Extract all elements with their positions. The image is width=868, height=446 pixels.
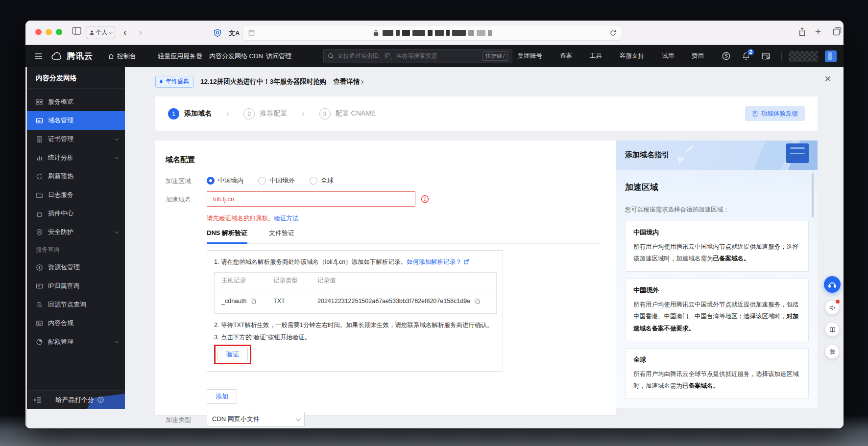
verification-tabs: DNS 解析验证 文件验证 — [207, 229, 600, 244]
nav-link-icp[interactable]: 备案 — [560, 52, 572, 60]
sidebar-item-origin-node-lookup[interactable]: 回源节点查询 — [27, 295, 125, 314]
sidebar-item-ip-lookup[interactable]: IP IP归属查询 — [27, 277, 125, 295]
new-tab-button[interactable]: + — [815, 26, 821, 38]
pie-chart-icon — [36, 338, 43, 346]
promotions-button[interactable] — [825, 300, 840, 315]
acceleration-type-select[interactable]: CDN 网页小文件 — [207, 412, 305, 426]
brand-logo[interactable]: 腾讯云 — [51, 45, 93, 67]
sidebar-footer: 给产品打个分 — [27, 390, 125, 409]
table-header-row: 主机记录 记录类型 记录值 — [215, 273, 496, 289]
how-to-add-record-link[interactable]: 如何添加解析记录？ — [407, 258, 462, 265]
col-type: 记录类型 — [273, 277, 317, 285]
share-icon[interactable] — [798, 27, 806, 37]
translate-icon[interactable]: 文A — [229, 29, 240, 38]
domain-config-card: 域名配置 加速区域 中国境内 中国境外 — [155, 141, 616, 415]
console-search-input[interactable]: 支持通过实例ID、IP、名称等搜索资源 快捷键 / — [323, 49, 512, 63]
chevron-down-icon — [115, 339, 119, 343]
customer-service-button[interactable] — [824, 276, 841, 293]
flame-icon — [159, 79, 164, 85]
copy-icon[interactable] — [250, 298, 256, 304]
nav-link-tools[interactable]: 工具 — [590, 52, 602, 60]
close-icon[interactable]: ✕ — [824, 74, 831, 84]
external-link-icon[interactable] — [463, 258, 470, 265]
chevron-down-icon — [115, 155, 119, 159]
notifications-bell-icon[interactable]: 2 — [742, 51, 750, 61]
nav-product-cam[interactable]: 访问管理 — [266, 45, 291, 67]
zoom-window-button[interactable] — [56, 29, 62, 35]
sidebar-item-certificates[interactable]: 证书管理 — [27, 130, 125, 148]
record-value: 2024122312251502a67ae533bb3f762ef8207e15… — [317, 298, 470, 305]
console-topnav: 腾讯云 控制台 轻量应用服务器 内容分发网络 CDN 访问管理 支持通过实例ID… — [25, 45, 844, 67]
minimize-window-button[interactable] — [46, 29, 52, 35]
notification-badge: 2 — [747, 48, 755, 56]
sidebar-item-security[interactable]: 安全防护 — [27, 223, 125, 241]
feedback-button[interactable]: 功能体验反馈 — [745, 106, 805, 121]
guide-card-china-mainland: 中国境内 所有用户均使用腾讯云中国境内节点就近提供加速服务；选择该加速区域时，加… — [625, 221, 809, 272]
address-bar[interactable] — [242, 25, 622, 41]
region-label: 加速区域 — [166, 174, 198, 185]
radio-global[interactable]: 全球 — [310, 176, 334, 185]
verify-method-link[interactable]: 验证方法 — [274, 215, 299, 222]
rate-product-button[interactable]: 给产品打个分 — [56, 396, 104, 404]
nav-link-support[interactable]: 客服支持 — [620, 52, 644, 60]
decoration-arrow-icon — [674, 145, 697, 165]
avatar[interactable] — [825, 50, 837, 62]
sidebar-item-content-compliance[interactable]: 内容合规 — [27, 314, 125, 332]
sidebar-item-statistics[interactable]: 统计分析 — [27, 148, 125, 167]
sidebar-item-plugins[interactable]: 插件中心 — [27, 204, 125, 223]
docs-button[interactable] — [825, 322, 840, 337]
back-button[interactable]: ‹ — [123, 27, 126, 38]
circle-arrow-icon — [97, 396, 104, 403]
region-radio-group: 中国境内 中国境外 全球 — [207, 174, 334, 185]
guide-intro: 您可以根据需求选择合适的加速区域： — [625, 206, 809, 214]
cloud-icon — [51, 52, 64, 61]
nav-link-trial[interactable]: 试用 — [662, 52, 674, 60]
feedback-survey-button[interactable] — [825, 344, 840, 359]
guide-header: 添加域名指引 — [616, 141, 818, 170]
tab-file-verification[interactable]: 文件验证 — [269, 229, 294, 243]
safari-profile-button[interactable]: 个人 — [86, 26, 115, 39]
sidebar-item-purge-prefetch[interactable]: 刷新预热 — [27, 167, 125, 186]
copy-icon[interactable] — [474, 298, 480, 304]
sidebar-item-quota-management[interactable]: 配额管理 — [27, 332, 125, 351]
nav-link-billing[interactable]: 费用 — [692, 52, 704, 60]
close-window-button[interactable] — [35, 29, 42, 35]
console-link[interactable]: 控制台 — [108, 45, 136, 67]
sliders-icon — [829, 348, 836, 355]
sidebar-item-resource-packages[interactable]: 资源包管理 — [27, 258, 125, 277]
cdn-sidebar: 内容分发网络 服务概览 W. 域名管理 证书管理 — [27, 67, 125, 409]
step-separator: › — [302, 109, 304, 118]
sidebar-section-label: 服务查询 — [27, 241, 125, 258]
chevron-right-icon — [360, 80, 363, 83]
notification-dot — [836, 300, 840, 304]
promo-details-link[interactable]: 查看详情 — [333, 77, 363, 86]
sidebar-item-overview[interactable]: 服务概览 — [27, 93, 125, 111]
add-button[interactable]: 添加 — [207, 389, 237, 404]
scrollbar-thumb[interactable] — [812, 173, 814, 217]
bar-chart-icon — [36, 154, 43, 162]
radio-outside-china[interactable]: 中国境外 — [258, 176, 295, 185]
collapse-sidebar-icon[interactable] — [34, 397, 42, 403]
tab-dns-verification[interactable]: DNS 解析验证 — [207, 229, 247, 244]
console-settings-icon[interactable] — [761, 52, 771, 61]
package-download-icon — [36, 264, 43, 271]
reload-icon[interactable] — [609, 29, 617, 37]
nav-product-lighthouse[interactable]: 轻量应用服务器 — [158, 45, 202, 67]
sidebar-item-logs[interactable]: 日志服务 — [27, 186, 125, 204]
domain-input[interactable]: loli.fj.cn — [207, 191, 415, 207]
tab-overview-icon[interactable] — [833, 27, 842, 36]
sidebar-item-domain-management[interactable]: W. 域名管理 — [27, 111, 125, 130]
forward-button[interactable]: › — [139, 27, 142, 38]
account-name-redacted[interactable] — [789, 51, 818, 62]
guide-card-outside-china: 中国境外 所有用户均使用腾讯云中国境外节点就近提供加速服务，包括中国香港、中国澳… — [625, 279, 809, 341]
verify-button[interactable]: 验证 — [217, 348, 248, 361]
nav-product-cdn[interactable]: 内容分发网络 CDN — [209, 45, 263, 67]
topnav-right: 集团账号 备案 工具 客服支持 试用 费用 2 — [506, 45, 837, 67]
workorder-icon[interactable] — [722, 51, 731, 61]
sidebar-toggle-icon[interactable] — [72, 27, 81, 35]
home-icon — [108, 53, 115, 60]
hamburger-menu-icon[interactable] — [34, 45, 43, 67]
privacy-shield-icon[interactable] — [213, 28, 222, 38]
radio-china-mainland[interactable]: 中国境内 — [207, 176, 243, 185]
nav-link-org[interactable]: 集团账号 — [518, 52, 542, 60]
